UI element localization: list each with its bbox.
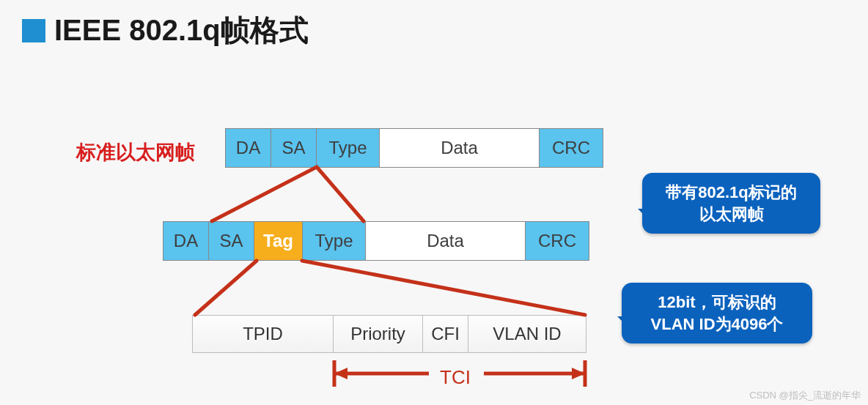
bullet-icon [22, 19, 45, 42]
standard-ethernet-frame: DA SA Type Data CRC [225, 128, 603, 168]
field-crc: CRC [540, 129, 603, 167]
field-vlanid: VLAN ID [468, 315, 586, 353]
field-type: Type [317, 129, 380, 167]
callout-2-line1: 12bit，可标识的 [636, 291, 798, 313]
page-title: IEEE 802.1q帧格式 [54, 10, 309, 51]
svg-marker-5 [572, 368, 585, 379]
svg-marker-4 [334, 368, 347, 379]
tagged-ethernet-frame: DA SA Tag Type Data CRC [163, 221, 589, 261]
field-sa: SA [271, 129, 317, 167]
field-da-2: DA [163, 222, 209, 260]
watermark: CSDN @指尖_流逝的年华 [749, 389, 861, 402]
standard-frame-label: 标准以太网帧 [76, 139, 195, 166]
field-tag: Tag [254, 222, 303, 260]
field-da: DA [226, 129, 271, 167]
callout-vlanid: 12bit，可标识的 VLAN ID为4096个 [622, 283, 812, 343]
callout-2-line2: VLAN ID为4096个 [636, 313, 798, 335]
callout-tagged-frame: 带有802.1q标记的 以太网帧 [642, 173, 820, 234]
tag-subfields: TPID Priority CFI VLAN ID [192, 315, 586, 353]
field-crc-2: CRC [526, 222, 589, 260]
tci-label: TCI [440, 366, 471, 389]
field-data: Data [380, 129, 540, 167]
field-tpid: TPID [192, 315, 333, 353]
field-cfi: CFI [422, 315, 468, 353]
field-sa-2: SA [209, 222, 254, 260]
title-row: IEEE 802.1q帧格式 [0, 0, 868, 51]
callout-1-line2: 以太网帧 [657, 204, 806, 226]
field-data-2: Data [366, 222, 526, 260]
callout-1-line1: 带有802.1q标记的 [657, 182, 806, 204]
field-priority: Priority [333, 315, 422, 353]
field-type-2: Type [303, 222, 366, 260]
